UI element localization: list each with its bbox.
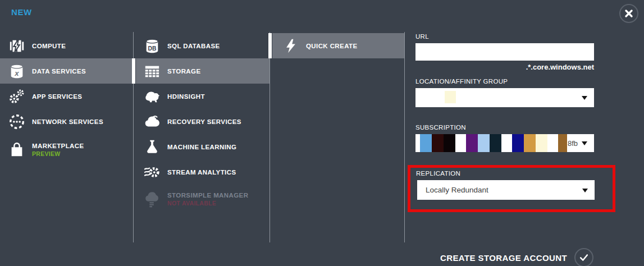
- storage-icon: [143, 62, 161, 80]
- menu-item-label: RECOVERY SERVICES: [167, 118, 241, 125]
- url-label: URL: [415, 33, 429, 40]
- page-title: NEW: [11, 7, 32, 17]
- new-storage-dialog: NEW COMPUTE x: [0, 0, 644, 266]
- location-dropdown[interactable]: [415, 88, 594, 107]
- marketplace-icon: [8, 141, 26, 159]
- menu-item-hdinsight[interactable]: HDINSIGHT: [136, 84, 270, 109]
- submit-area: CREATE STORAGE ACCOUNT: [440, 248, 593, 266]
- replication-selected-value: Locally Redundant: [417, 186, 488, 194]
- selection-indicator: [268, 33, 272, 58]
- url-suffix: .*.core.windows.net: [415, 63, 594, 71]
- sidebar-item-marketplace[interactable]: MARKETPLACE PREVIEW: [0, 134, 133, 166]
- dropdown-caret-icon: [582, 96, 587, 100]
- url-input[interactable]: [415, 43, 594, 61]
- menu-item-label: STREAM ANALYTICS: [167, 169, 236, 176]
- replication-label: REPLICATION: [416, 170, 460, 177]
- menu-item-label: HDINSIGHT: [167, 93, 205, 100]
- create-storage-account-button[interactable]: [574, 248, 593, 266]
- menu-item-label: STORSIMPLE MANAGER: [167, 192, 248, 199]
- quick-create-lightning-icon: [282, 37, 300, 55]
- machine-learning-flask-icon: [143, 138, 161, 156]
- menu-item-machine-learning[interactable]: MACHINE LEARNING: [136, 134, 270, 159]
- compute-icon: [8, 37, 26, 55]
- close-button[interactable]: [619, 4, 638, 23]
- menu-item-sql-database[interactable]: DB SQL DATABASE: [136, 33, 270, 58]
- dropdown-caret-icon: [582, 141, 587, 145]
- not-available-badge: NOT AVAILABLE: [167, 200, 248, 207]
- stream-analytics-icon: [143, 163, 161, 181]
- sidebar-item-network-services[interactable]: NETWORK SERVICES: [0, 109, 133, 134]
- subscription-dropdown[interactable]: 8fb: [415, 134, 594, 152]
- location-redacted-value: [445, 91, 456, 103]
- menu-item-label: SQL DATABASE: [167, 43, 220, 49]
- sidebar-item-label: DATA SERVICES: [32, 68, 86, 75]
- menu-item-storsimple-manager: STORSIMPLE MANAGER NOT AVAILABLE: [136, 185, 270, 214]
- data-services-icon: x: [8, 62, 26, 80]
- menu-item-label: STORAGE: [167, 68, 200, 75]
- preview-badge: PREVIEW: [32, 150, 84, 157]
- menu-item-label: MACHINE LEARNING: [167, 144, 236, 150]
- storsimple-manager-icon: [143, 190, 161, 208]
- dropdown-caret-icon: [582, 189, 588, 192]
- menu-item-stream-analytics[interactable]: STREAM ANALYTICS: [136, 159, 270, 185]
- subscription-visible-text: 8fb: [568, 139, 578, 148]
- sidebar-item-app-services[interactable]: APP SERVICES: [0, 84, 133, 109]
- location-label: LOCATION/AFFINITY GROUP: [415, 78, 508, 85]
- recovery-services-cloud-icon: [143, 113, 161, 131]
- sidebar-item-label: NETWORK SERVICES: [32, 118, 103, 125]
- subscription-redaction: [420, 134, 567, 152]
- subscription-label: SUBSCRIPTION: [415, 124, 466, 131]
- sidebar-item-label: APP SERVICES: [32, 93, 82, 100]
- create-storage-account-label[interactable]: CREATE STORAGE ACCOUNT: [440, 253, 567, 263]
- divider: [270, 32, 270, 242]
- checkmark-icon: [578, 252, 590, 263]
- sidebar-item-compute[interactable]: COMPUTE: [0, 33, 133, 58]
- hdinsight-elephant-icon: [143, 88, 161, 106]
- sidebar-item-label: COMPUTE: [32, 43, 66, 49]
- replication-dropdown[interactable]: Locally Redundant: [417, 180, 595, 200]
- close-icon: [624, 9, 633, 18]
- menu-item-label: QUICK CREATE: [306, 43, 357, 49]
- menu-item-storage[interactable]: STORAGE: [136, 58, 270, 84]
- svg-text:x: x: [14, 68, 19, 77]
- selection-indicator: [132, 58, 135, 84]
- app-services-icon: [8, 88, 26, 106]
- menu-item-quick-create[interactable]: QUICK CREATE: [272, 33, 404, 58]
- svg-text:DB: DB: [148, 45, 157, 51]
- sql-database-icon: DB: [143, 37, 161, 55]
- divider: [404, 32, 405, 242]
- sidebar-item-data-services[interactable]: x DATA SERVICES: [0, 58, 133, 84]
- network-services-icon: [8, 113, 26, 131]
- sidebar-item-label: MARKETPLACE: [32, 143, 84, 149]
- menu-item-recovery-services[interactable]: RECOVERY SERVICES: [136, 109, 270, 134]
